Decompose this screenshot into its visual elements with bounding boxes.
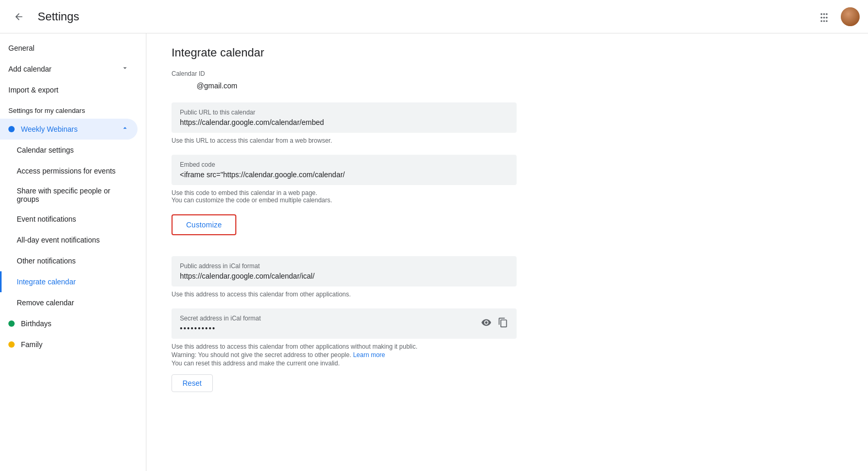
public-url-value: https://calendar.google.com/calendar/emb… [180, 118, 508, 127]
ical-field: Public address in iCal format https://ca… [172, 256, 517, 286]
sidebar-item-import-export[interactable]: Import & export [0, 79, 138, 100]
weekly-webinars-sub-items: Calendar settings Access permissions for… [0, 140, 146, 313]
embed-code-field: Embed code <iframe src="https://calendar… [172, 155, 517, 185]
page-title: Integrate calendar [172, 46, 843, 60]
sidebar-item-add-calendar[interactable]: Add calendar [0, 59, 138, 79]
sidebar-item-calendar-settings[interactable]: Calendar settings [0, 140, 138, 160]
customize-button-wrapper: Customize [172, 214, 236, 235]
public-url-helper: Use this URL to access this calendar fro… [172, 137, 843, 144]
secret-ical-field: Secret address in iCal format •••••••••• [172, 308, 517, 339]
sidebar-item-all-day-notifications[interactable]: All-day event notifications [0, 229, 138, 250]
app-header: Settings [0, 0, 868, 33]
embed-code-value: <iframe src="https://calendar.google.com… [180, 170, 508, 179]
public-url-field: Public URL to this calendar https://cale… [172, 102, 517, 133]
sidebar-item-remove-calendar[interactable]: Remove calendar [0, 292, 138, 313]
secret-warnings: Use this address to access this calendar… [172, 343, 843, 367]
secret-ical-label: Secret address in iCal format [180, 315, 261, 322]
birthdays-dot [8, 320, 15, 327]
ical-helper: Use this address to access this calendar… [172, 291, 843, 298]
header-title: Settings [38, 10, 79, 24]
secret-warning: Warning: You should not give the secret … [172, 351, 843, 359]
weekly-webinars-section: Weekly Webinars Calendar settings Access… [0, 119, 146, 313]
sidebar-item-access-permissions[interactable]: Access permissions for events [0, 160, 138, 181]
public-url-group: Public URL to this calendar https://cale… [172, 102, 843, 144]
calendar-id-label: Calendar ID [172, 70, 843, 77]
embed-code-group: Embed code <iframe src="https://calendar… [172, 155, 843, 246]
public-url-label: Public URL to this calendar [180, 109, 508, 116]
sidebar: General Add calendar Import & export Set… [0, 33, 146, 471]
sidebar-item-integrate-calendar[interactable]: Integrate calendar [0, 271, 138, 292]
sidebar-item-family[interactable]: Family [0, 334, 138, 355]
calendar-id-group: Calendar ID @gmail.com [172, 70, 843, 92]
reset-button[interactable]: Reset [172, 374, 213, 392]
family-dot [8, 341, 15, 348]
secret-ical-value: •••••••••• [180, 324, 261, 332]
chevron-down-icon [121, 64, 129, 74]
main-content: Integrate calendar Calendar ID @gmail.co… [146, 33, 868, 471]
ical-group: Public address in iCal format https://ca… [172, 256, 843, 298]
learn-more-link[interactable]: Learn more [353, 351, 385, 359]
embed-code-helper1: Use this code to embed this calendar in … [172, 189, 843, 204]
settings-for-calendars-heading: Settings for my calendars [0, 102, 146, 119]
user-avatar[interactable] [841, 7, 860, 26]
customize-button[interactable]: Customize [174, 216, 234, 233]
secret-ical-group: Secret address in iCal format •••••••••• [172, 308, 843, 392]
weekly-webinars-dot [8, 126, 15, 132]
apps-icon[interactable] [814, 6, 835, 27]
copy-icon[interactable] [498, 317, 508, 330]
calendar-id-value: @gmail.com [172, 79, 843, 92]
secret-ical-field-content: Secret address in iCal format •••••••••• [180, 315, 261, 332]
sidebar-item-other-notifications[interactable]: Other notifications [0, 250, 138, 271]
secret-ical-icons [481, 317, 508, 330]
sidebar-item-weekly-webinars[interactable]: Weekly Webinars [0, 119, 138, 140]
page-layout: General Add calendar Import & export Set… [0, 33, 868, 471]
header-right [814, 6, 860, 27]
secret-helper1: Use this address to access this calendar… [172, 343, 843, 350]
chevron-up-icon [121, 124, 129, 134]
secret-helper2: You can reset this address and make the … [172, 360, 843, 367]
sidebar-item-event-notifications[interactable]: Event notifications [0, 209, 138, 229]
header-left: Settings [8, 6, 79, 27]
ical-label: Public address in iCal format [180, 262, 508, 270]
visibility-icon[interactable] [481, 317, 492, 330]
sidebar-item-share-people[interactable]: Share with specific people or groups [0, 181, 138, 209]
ical-value: https://calendar.google.com/calendar/ica… [180, 272, 508, 280]
sidebar-item-birthdays[interactable]: Birthdays [0, 313, 138, 334]
sidebar-item-general[interactable]: General [0, 38, 138, 59]
back-button[interactable] [8, 6, 29, 27]
embed-code-label: Embed code [180, 161, 508, 168]
